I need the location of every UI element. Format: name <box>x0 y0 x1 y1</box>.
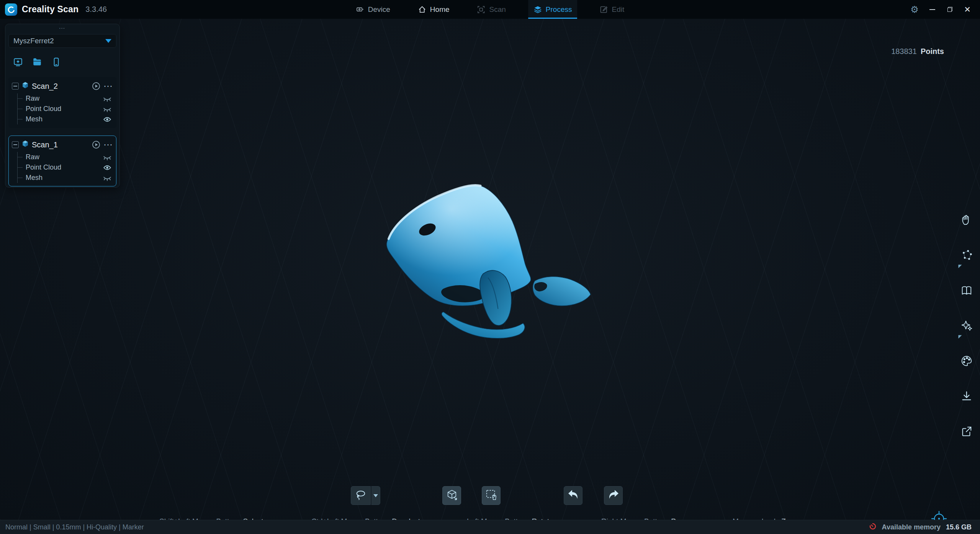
optimize-tool-button[interactable] <box>958 318 975 335</box>
tree-guide <box>18 157 23 157</box>
select-through-button[interactable] <box>442 486 461 505</box>
flyout-indicator <box>959 265 962 272</box>
scan-tree: Raw Point Cloud Mesh <box>17 152 113 183</box>
point-cloud-tool-button[interactable] <box>958 248 975 265</box>
share-export-icon <box>960 425 973 439</box>
scan-settings-summary: Normal | Small | 0.15mm | Hi-Quality | M… <box>0 523 869 531</box>
palette-icon <box>960 355 973 369</box>
collapse-toggle[interactable] <box>12 141 19 148</box>
titlebar: Creality Scan 3.3.46 Device Home Scan <box>0 0 980 19</box>
tab-label: Process <box>546 5 572 14</box>
scan-tree: Raw Point Cloud Mesh <box>17 93 113 124</box>
undo-arrow-icon <box>567 489 579 503</box>
redo-arrow-icon <box>607 489 620 503</box>
project-toolbar <box>8 56 116 69</box>
new-project-icon <box>13 57 23 69</box>
phone-device-icon <box>51 57 61 69</box>
redo-button[interactable] <box>604 486 623 505</box>
tab-home[interactable]: Home <box>412 0 455 19</box>
app-logo-icon <box>5 3 17 16</box>
download-icon <box>960 390 973 404</box>
layers-icon <box>533 5 542 14</box>
device-icon <box>356 5 364 14</box>
scan-icon <box>477 5 486 14</box>
statusbar: Normal | Small | 0.15mm | Hi-Quality | M… <box>0 520 980 534</box>
more-options-button[interactable]: ⋯ <box>103 143 113 147</box>
visibility-toggle-off[interactable] <box>101 153 113 162</box>
undo-button[interactable] <box>564 486 582 505</box>
texture-tool-button[interactable] <box>958 353 975 370</box>
tab-scan: Scan <box>472 0 511 19</box>
tree-guide <box>18 119 23 119</box>
export-tool-button[interactable] <box>958 424 975 441</box>
right-tool-rail <box>957 212 976 459</box>
pick-tool-button[interactable] <box>958 212 975 229</box>
project-name: MyszFerret2 <box>13 37 105 45</box>
cube-select-icon <box>446 489 458 502</box>
window-controls: ⚙ ✕ <box>907 0 980 19</box>
visibility-toggle-on[interactable] <box>101 115 113 124</box>
open-project-button[interactable] <box>31 56 44 69</box>
visibility-toggle-off[interactable] <box>101 105 113 114</box>
scan-header: Scan_2 ⋯ <box>12 80 113 93</box>
points-label: Points <box>921 47 944 56</box>
tree-row-point-cloud: Point Cloud <box>18 104 113 114</box>
tree-row-mesh: Mesh <box>18 173 113 183</box>
visibility-toggle-off[interactable] <box>101 173 113 183</box>
tab-label: Device <box>368 5 390 14</box>
continue-scan-button[interactable] <box>92 140 100 149</box>
tab-process[interactable]: Process <box>528 0 578 19</box>
maximize-button[interactable] <box>942 0 957 19</box>
flyout-indicator <box>959 335 962 342</box>
collapse-toggle[interactable] <box>12 83 19 90</box>
points-count: 183831 <box>891 47 917 56</box>
scan-header: Scan_1 ⋯ <box>12 138 113 151</box>
delete-selected-button[interactable] <box>482 486 501 505</box>
new-project-button[interactable] <box>11 56 25 69</box>
points-readout: 183831 Points <box>891 47 944 56</box>
brand: Creality Scan 3.3.46 <box>0 3 107 16</box>
flip-book-icon <box>960 284 973 298</box>
project-dropdown[interactable]: MyszFerret2 <box>8 34 116 48</box>
tab-edit: Edit <box>594 0 630 19</box>
lasso-mode-dropdown[interactable] <box>371 486 380 505</box>
memory-status: Available memory 15.6 GB <box>869 523 980 532</box>
point-cloud-icon <box>960 249 973 263</box>
memory-indicator-icon <box>869 523 877 532</box>
tree-row-point-cloud: Point Cloud <box>18 162 113 173</box>
scan-group-scan-2[interactable]: Scan_2 ⋯ Raw Point Cloud <box>8 77 116 128</box>
minimize-button[interactable] <box>925 0 939 19</box>
tree-row-raw: Raw <box>18 93 113 104</box>
visibility-toggle-off[interactable] <box>101 94 113 103</box>
tree-guide <box>18 98 23 99</box>
tree-guide <box>18 178 23 178</box>
scan-group-scan-1[interactable]: Scan_1 ⋯ Raw Point Cloud <box>8 136 116 186</box>
settings-gear-icon[interactable]: ⚙ <box>907 0 922 19</box>
minimize-icon <box>929 9 935 10</box>
chevron-down-icon <box>105 39 111 43</box>
more-options-button[interactable]: ⋯ <box>103 84 113 88</box>
save-tool-button[interactable] <box>958 389 975 405</box>
memory-value: 15.6 GB <box>946 523 972 531</box>
import-from-device-button[interactable] <box>50 56 63 69</box>
scanned-mesh[interactable] <box>383 179 599 345</box>
viewport-3d[interactable]: 183831 Points <box>0 19 980 520</box>
app-title: Creality Scan <box>22 4 79 15</box>
scan-name: Scan_1 <box>32 140 89 149</box>
creality-scan-window: Creality Scan 3.3.46 Device Home Scan <box>0 0 980 534</box>
mesh-tool-button[interactable] <box>958 283 975 300</box>
visibility-toggle-on[interactable] <box>101 163 113 172</box>
app-version: 3.3.46 <box>85 5 107 14</box>
tab-device[interactable]: Device <box>350 0 396 19</box>
panel-drag-handle[interactable]: ⋯ <box>8 26 116 33</box>
edit-icon <box>599 5 608 14</box>
main-nav: Device Home Scan Process <box>350 0 630 19</box>
lasso-select-button[interactable] <box>351 486 371 505</box>
close-button[interactable]: ✕ <box>960 0 975 19</box>
tree-row-mesh: Mesh <box>18 114 113 124</box>
tab-label: Edit <box>612 5 624 14</box>
trash-selection-icon <box>486 489 497 502</box>
magic-star-icon <box>960 320 973 333</box>
continue-scan-button[interactable] <box>92 82 100 90</box>
lasso-icon <box>355 489 366 502</box>
